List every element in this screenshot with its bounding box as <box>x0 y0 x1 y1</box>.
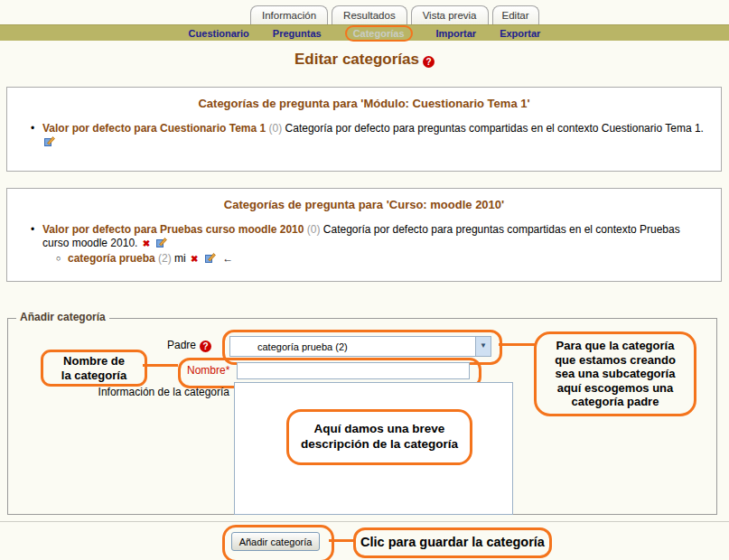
fieldset-legend: Añadir categoría <box>16 311 109 323</box>
tab-bar: InformaciónResultadosVista previaEditar <box>250 5 543 24</box>
course-categories-heading: Categorías de pregunta para 'Curso: mood… <box>7 189 721 211</box>
annotation-connector <box>329 539 353 542</box>
subcategory-link[interactable]: categoría prueba <box>68 252 155 265</box>
list-item: • Valor por defecto para Pruebas curso m… <box>31 223 706 250</box>
name-label: Nombre* <box>187 364 229 377</box>
edit-icon[interactable] <box>205 253 216 263</box>
tab-editar[interactable]: Editar <box>492 5 539 24</box>
bullet-icon: • <box>31 122 42 149</box>
edit-icon[interactable] <box>44 136 55 146</box>
page-title-text: Editar categorías <box>294 51 419 68</box>
annotation-ellipse-categorias: Categorías <box>345 25 413 42</box>
course-categories-box: Categorías de pregunta para 'Curso: mood… <box>6 188 722 282</box>
divider <box>0 521 729 522</box>
subnav-item-exportar[interactable]: Exportar <box>500 28 540 39</box>
info-label: Información de la categoría <box>85 386 229 398</box>
question-count: (0) <box>307 223 321 236</box>
delete-icon[interactable]: ✖ <box>143 238 150 248</box>
subcategory-description: mi <box>174 252 186 265</box>
subnav-bar: Cuestionario Preguntas Categorías Import… <box>0 24 729 41</box>
callout-save: Clic para guardar la categoría <box>353 527 552 558</box>
category-link[interactable]: Valor por defecto para Cuestionario Tema… <box>42 122 266 135</box>
callout-category-name: Nombre de la categoría <box>41 350 147 387</box>
circle-bullet-icon: ○ <box>56 252 68 266</box>
tab-informacion[interactable]: Información <box>250 5 328 24</box>
annotation-connector <box>499 343 537 346</box>
add-category-fieldset: Añadir categoría Padre? categoría prueba… <box>7 318 717 515</box>
page-title: Editar categorías? <box>0 51 729 69</box>
edit-icon[interactable] <box>156 238 167 247</box>
callout-category-description: Aquí damos una breve descripción de la c… <box>286 409 472 465</box>
subnav-item-preguntas[interactable]: Preguntas <box>273 28 322 39</box>
question-count: (0) <box>269 122 283 135</box>
annotation-connector <box>143 364 178 367</box>
module-categories-heading: Categorías de pregunta para 'Módulo: Cue… <box>7 88 721 110</box>
callout-parent-category: Para que la categoría que estamos creand… <box>534 331 696 416</box>
tab-vista-previa[interactable]: Vista previa <box>411 5 489 24</box>
help-icon[interactable]: ? <box>423 56 435 68</box>
subnav-item-categorias: Categorías <box>353 28 405 39</box>
module-categories-box: Categorías de pregunta para 'Módulo: Cue… <box>6 87 722 172</box>
subnav-item-cuestionario[interactable]: Cuestionario <box>189 28 249 39</box>
delete-icon[interactable]: ✖ <box>191 254 198 264</box>
move-left-icon[interactable]: ← <box>222 252 233 265</box>
category-link[interactable]: Valor por defecto para Pruebas curso moo… <box>42 223 304 236</box>
subnav-item-importar[interactable]: Importar <box>436 28 477 39</box>
category-description: Categoría por defecto para preguntas com… <box>285 122 704 135</box>
list-item: • Valor por defecto para Cuestionario Te… <box>31 122 706 149</box>
list-subitem: ○ categoría prueba (2) mi ✖ ← <box>56 252 706 266</box>
question-count: (2) <box>158 252 172 265</box>
annotation-box-submit <box>222 525 334 560</box>
name-input[interactable] <box>237 362 470 379</box>
bullet-icon: • <box>31 223 42 250</box>
parent-help-icon[interactable]: ? <box>200 341 211 352</box>
tab-resultados[interactable]: Resultados <box>332 5 407 24</box>
